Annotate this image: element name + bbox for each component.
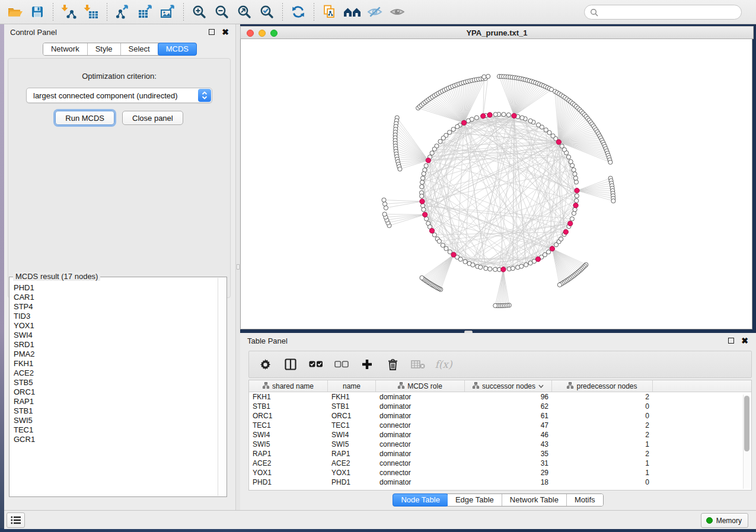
table-cell[interactable]: STB1	[328, 402, 376, 411]
mcds-result-scrollbar[interactable]	[218, 278, 226, 496]
vertical-splitter[interactable]	[236, 24, 240, 510]
table-cell[interactable]: 0	[552, 478, 653, 486]
table-row[interactable]: ACE2ACE2connector311	[249, 459, 751, 468]
search-input[interactable]	[601, 8, 741, 17]
column-chooser-button[interactable]	[283, 357, 298, 372]
column-header-predecessor-nodes[interactable]: predecessor nodes	[552, 380, 653, 392]
mcds-result-item[interactable]: ORC1	[14, 387, 218, 397]
table-scrollbar[interactable]	[743, 395, 750, 489]
export-network-button[interactable]	[111, 2, 134, 22]
table-cell[interactable]: 47	[465, 421, 552, 430]
table-cell[interactable]: 1	[552, 469, 653, 477]
close-panel-icon[interactable]: ✖	[221, 28, 229, 36]
table-cell[interactable]: TEC1	[328, 421, 376, 430]
table-row[interactable]: PHD1PHD1dominator180	[249, 477, 751, 487]
mcds-result-item[interactable]: FKH1	[14, 359, 218, 368]
table-cell[interactable]: 61	[465, 412, 552, 420]
tab-network[interactable]: Network	[43, 43, 88, 55]
table-cell[interactable]: 1	[552, 459, 653, 467]
mcds-result-item[interactable]: ACE2	[14, 368, 218, 378]
close-panel-button[interactable]: Close panel	[122, 111, 183, 125]
delete-column-button[interactable]	[385, 357, 400, 372]
mcds-result-item[interactable]: GCR1	[14, 435, 218, 444]
mcds-result-item[interactable]: CAR1	[14, 293, 218, 302]
table-cell[interactable]: 2	[552, 450, 653, 458]
mcds-result-item[interactable]: TID3	[14, 312, 218, 321]
table-cell[interactable]: 1	[552, 440, 653, 448]
table-cell[interactable]: 2	[552, 421, 653, 430]
mcds-result-item[interactable]: PMA2	[14, 350, 218, 359]
table-cell[interactable]: SWI5	[328, 440, 376, 448]
mcds-result-item[interactable]: STP4	[14, 302, 218, 312]
mcds-result-item[interactable]: TEC1	[14, 425, 218, 435]
mcds-result-item[interactable]: SRD1	[14, 340, 218, 350]
column-header-MCDS-role[interactable]: MCDS role	[376, 380, 465, 392]
table-cell[interactable]: dominator	[376, 412, 465, 420]
close-window-icon[interactable]	[247, 30, 254, 37]
table-cell[interactable]: 2	[552, 431, 653, 439]
table-cell[interactable]: dominator	[376, 450, 465, 458]
export-table-button[interactable]	[134, 2, 157, 22]
table-row[interactable]: TEC1TEC1connector472	[249, 421, 751, 430]
mcds-result-list[interactable]: PHD1CAR1STP4TID3YOX1SWI4SRD1PMA2FKH1ACE2…	[10, 278, 218, 496]
table-cell[interactable]: YOX1	[249, 469, 328, 477]
table-cell[interactable]: 0	[552, 402, 653, 411]
first-neighbors-button[interactable]	[341, 2, 363, 22]
table-settings-button[interactable]	[257, 357, 273, 372]
tab-mcds[interactable]: MCDS	[158, 43, 197, 56]
table-cell[interactable]: SWI4	[249, 431, 328, 439]
float-table-panel-icon[interactable]	[727, 336, 735, 345]
minimize-window-icon[interactable]	[259, 30, 266, 37]
add-column-button[interactable]	[359, 357, 375, 372]
column-header-shared-name[interactable]: shared name	[249, 380, 328, 392]
table-cell[interactable]: FKH1	[249, 393, 328, 401]
table-cell[interactable]: ACE2	[249, 459, 328, 467]
select-all-button[interactable]	[308, 357, 324, 372]
table-cell[interactable]: PHD1	[249, 478, 328, 486]
open-file-button[interactable]	[4, 2, 26, 22]
table-tab-network-table[interactable]: Network Table	[502, 494, 567, 506]
close-table-panel-icon[interactable]: ✖	[741, 336, 749, 345]
table-row[interactable]: SWI5SWI5connector431	[249, 440, 751, 449]
table-row[interactable]: SWI4SWI4dominator462	[249, 430, 751, 440]
table-cell[interactable]: 46	[465, 431, 552, 439]
tab-select[interactable]: Select	[121, 43, 158, 55]
zoom-fit-button[interactable]	[233, 2, 256, 22]
table-cell[interactable]: 96	[465, 393, 552, 401]
table-cell[interactable]: RAP1	[328, 450, 376, 458]
table-cell[interactable]: PHD1	[328, 478, 376, 486]
maximize-window-icon[interactable]	[270, 30, 277, 37]
table-row[interactable]: YOX1YOX1connector291	[249, 468, 751, 477]
save-session-button[interactable]	[26, 2, 49, 22]
deselect-all-button[interactable]	[334, 357, 349, 372]
table-cell[interactable]: 18	[465, 478, 552, 486]
export-image-button[interactable]	[157, 2, 179, 22]
mcds-result-item[interactable]: YOX1	[14, 321, 218, 331]
table-tab-node-table[interactable]: Node Table	[393, 493, 448, 507]
hide-selected-button[interactable]	[363, 2, 386, 22]
table-cell[interactable]: 31	[465, 459, 552, 467]
table-cell[interactable]: connector	[376, 421, 465, 430]
table-scrollbar-thumb[interactable]	[744, 396, 749, 451]
table-cell[interactable]: YOX1	[328, 469, 376, 477]
mcds-result-item[interactable]: SWI5	[14, 416, 218, 425]
table-row[interactable]: FKH1FKH1dominator962	[249, 392, 751, 402]
import-table-button[interactable]	[80, 2, 103, 22]
table-row[interactable]: ORC1ORC1dominator610	[249, 411, 751, 421]
table-cell[interactable]: SWI4	[328, 431, 376, 439]
network-search-field[interactable]	[584, 5, 742, 20]
table-cell[interactable]: connector	[376, 459, 465, 467]
network-graph[interactable]	[241, 39, 753, 329]
table-tab-edge-table[interactable]: Edge Table	[448, 494, 502, 506]
table-cell[interactable]: ACE2	[328, 459, 376, 467]
import-network-button[interactable]	[58, 2, 80, 22]
column-header-successor-nodes[interactable]: successor nodes	[465, 380, 552, 392]
table-cell[interactable]: 0	[552, 412, 653, 420]
table-cell[interactable]: FKH1	[328, 393, 376, 401]
mcds-result-item[interactable]: SWI4	[14, 331, 218, 340]
table-cell[interactable]: 2	[552, 393, 653, 401]
table-cell[interactable]: 29	[465, 469, 552, 477]
table-cell[interactable]: dominator	[376, 402, 465, 411]
table-cell[interactable]: connector	[376, 469, 465, 477]
duplicate-network-button[interactable]	[318, 2, 341, 22]
